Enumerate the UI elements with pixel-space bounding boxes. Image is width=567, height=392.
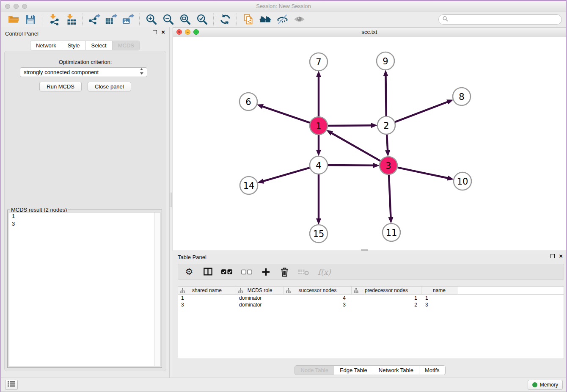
- tab-edge-table[interactable]: Edge Table: [334, 366, 373, 375]
- node-8[interactable]: 8: [453, 88, 471, 105]
- table-cell[interactable]: 1: [421, 295, 457, 301]
- mcds-panel: Optimization criterion: strongly connect…: [4, 51, 166, 371]
- close-table-panel-icon[interactable]: ×: [559, 254, 563, 258]
- node-3[interactable]: 3: [380, 157, 397, 174]
- node-10[interactable]: 10: [454, 172, 471, 190]
- task-history-button[interactable]: [5, 380, 18, 390]
- tab-network[interactable]: Network: [30, 41, 62, 50]
- network-canvas[interactable]: 7968124314101511: [173, 37, 566, 251]
- node-14[interactable]: 14: [240, 177, 258, 194]
- result-item[interactable]: 1: [9, 213, 160, 220]
- copy-network-icon[interactable]: [240, 13, 257, 26]
- node-9[interactable]: 9: [377, 52, 394, 70]
- edge-2-3[interactable]: [387, 135, 388, 151]
- table-cell[interactable]: 3: [421, 301, 457, 308]
- column-header-predecessor-nodes[interactable]: predecessor nodes: [352, 287, 421, 294]
- control-panel-tabbar: NetworkStyleSelectMCDS: [1, 41, 169, 50]
- open-session-icon[interactable]: [5, 13, 22, 26]
- add-column-icon[interactable]: [261, 268, 271, 276]
- node-15[interactable]: 15: [310, 225, 328, 243]
- refresh-layout-icon[interactable]: [217, 13, 234, 26]
- export-table-icon[interactable]: [102, 13, 119, 26]
- hide-selected-icon[interactable]: [274, 13, 291, 26]
- close-panel-icon[interactable]: ×: [161, 30, 165, 34]
- edge-2-9[interactable]: [386, 76, 386, 116]
- tab-mcds[interactable]: MCDS: [112, 41, 140, 50]
- tab-node-table[interactable]: Node Table: [295, 366, 334, 375]
- delete-column-icon[interactable]: [279, 267, 289, 277]
- zoom-fit-icon[interactable]: [176, 13, 193, 26]
- select-all-checks-icon[interactable]: [221, 269, 233, 275]
- function-builder-icon: f(x): [318, 268, 331, 276]
- table-cell[interactable]: 2: [352, 301, 421, 308]
- column-header-shared-name[interactable]: shared name: [178, 287, 236, 294]
- select-stepper-icon: [140, 68, 143, 76]
- edge-4-3[interactable]: [328, 165, 374, 166]
- close-panel-button[interactable]: Close panel: [88, 82, 131, 91]
- table-cell[interactable]: dominator: [236, 301, 284, 308]
- resize-grip[interactable]: [361, 249, 368, 251]
- edge-4-14[interactable]: [263, 168, 310, 181]
- search-input[interactable]: [450, 16, 558, 23]
- node-7[interactable]: 7: [310, 53, 328, 71]
- table-tabs: Node TableEdge TableNetwork TableMotifs: [295, 365, 445, 375]
- edge-3-11[interactable]: [389, 175, 391, 218]
- toolbar-separator: [42, 14, 42, 25]
- result-item[interactable]: 3: [9, 220, 160, 228]
- tab-network-table[interactable]: Network Table: [373, 366, 419, 375]
- import-network-icon[interactable]: [45, 13, 62, 26]
- column-visibility-icon[interactable]: [203, 267, 213, 276]
- column-header-name[interactable]: name: [421, 287, 457, 294]
- search-box[interactable]: [438, 14, 562, 25]
- edge-2-8[interactable]: [395, 102, 448, 122]
- node-6[interactable]: 6: [239, 93, 257, 110]
- float-table-panel-icon[interactable]: [550, 254, 555, 258]
- clear-all-checks-icon[interactable]: [241, 269, 252, 275]
- node-label: 11: [386, 228, 397, 238]
- edge-3-10[interactable]: [398, 168, 448, 178]
- table-cell[interactable]: 4: [284, 295, 352, 301]
- column-header-successor-nodes[interactable]: successor nodes: [284, 287, 352, 294]
- node-label: 8: [459, 92, 464, 102]
- edge-1-6[interactable]: [262, 106, 310, 123]
- show-all-icon[interactable]: [291, 13, 308, 26]
- edge-1-2[interactable]: [328, 125, 372, 126]
- node-4[interactable]: 4: [310, 156, 328, 174]
- table-cell[interactable]: 1: [352, 295, 421, 301]
- edge-3-1[interactable]: [331, 133, 380, 161]
- import-table-icon[interactable]: [62, 13, 79, 26]
- float-panel-icon[interactable]: [153, 30, 157, 34]
- table-cell[interactable]: dominator: [236, 295, 284, 301]
- export-network-icon[interactable]: [85, 13, 102, 26]
- run-mcds-button[interactable]: Run MCDS: [39, 82, 82, 91]
- export-image-icon[interactable]: [119, 13, 136, 26]
- zoom-out-icon[interactable]: [160, 13, 176, 26]
- table-row[interactable]: 3dominator323: [178, 301, 564, 308]
- table-settings-icon[interactable]: ⚙: [184, 267, 194, 277]
- control-panel-buttons: ×: [153, 30, 165, 34]
- save-session-icon[interactable]: [22, 13, 39, 26]
- node-2[interactable]: 2: [377, 116, 395, 134]
- node-11[interactable]: 11: [383, 224, 400, 241]
- zoom-in-icon[interactable]: [143, 13, 160, 26]
- home-layout-icon[interactable]: [257, 13, 274, 26]
- mcds-result-list[interactable]: 13: [9, 212, 160, 366]
- result-scrollbar[interactable]: [154, 213, 160, 366]
- table-row[interactable]: 1dominator411: [178, 295, 564, 301]
- window-title: Session: New Session: [1, 3, 566, 9]
- table-panel: Table Panel × ⚙f(x) shared nameMCDS role…: [172, 251, 567, 378]
- tab-motifs[interactable]: Motifs: [419, 366, 445, 375]
- table-cell[interactable]: 3: [178, 301, 236, 308]
- node-1[interactable]: 1: [310, 117, 328, 135]
- criterion-select[interactable]: strongly connected component: [20, 67, 147, 77]
- memory-button[interactable]: Memory: [528, 380, 563, 390]
- table-cell[interactable]: 1: [178, 295, 236, 301]
- column-header-MCDS-role[interactable]: MCDS role: [236, 287, 284, 294]
- network-window-titlebar[interactable]: × − + scc.txt: [173, 28, 566, 37]
- tab-select[interactable]: Select: [85, 41, 112, 50]
- zoom-selected-icon[interactable]: [193, 13, 210, 26]
- application-window: Session: New Session Control Panel × Net…: [0, 0, 567, 392]
- splitter-grip[interactable]: [170, 193, 172, 207]
- tab-style[interactable]: Style: [62, 41, 85, 50]
- table-cell[interactable]: 3: [284, 301, 352, 308]
